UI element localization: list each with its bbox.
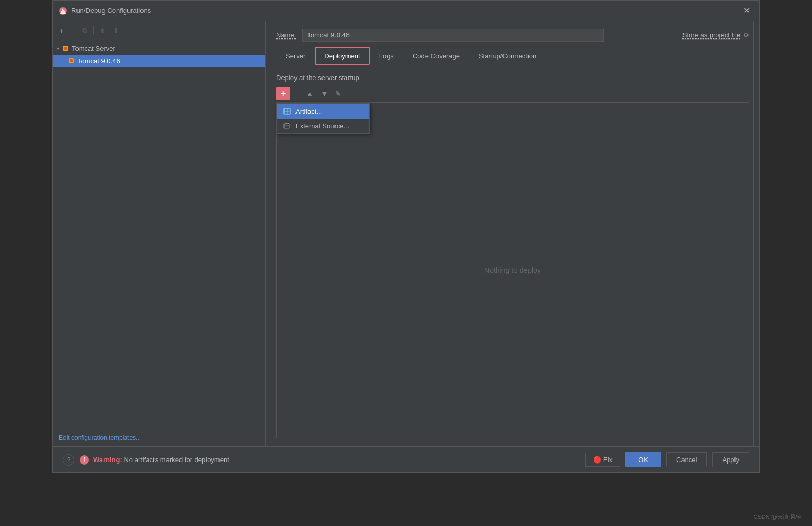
move-down-button[interactable]: ⬇ [110, 25, 122, 36]
svg-rect-10 [285, 123, 289, 124]
dialog-body: + − ⧉ ⬆ ⬇ ▾ Tomcat Server [53, 21, 759, 446]
toolbar-separator [93, 26, 94, 35]
dropdown-external-source-label: External Source... [295, 122, 349, 130]
add-config-button[interactable]: + [57, 25, 66, 36]
tree-group-label: Tomcat Server [72, 45, 115, 52]
deploy-area: Nothing to deploy [276, 102, 749, 438]
fix-button[interactable]: 🔴 Fix [585, 453, 620, 467]
store-project-area: Store as project file ⚙ [673, 31, 749, 39]
name-label: Name: [276, 31, 296, 39]
artifact-icon [283, 107, 291, 115]
close-button[interactable]: ✕ [740, 5, 753, 17]
sidebar-toolbar: + − ⧉ ⬆ ⬇ [53, 21, 265, 40]
help-button[interactable]: ? [63, 454, 74, 466]
tab-server[interactable]: Server [276, 47, 315, 65]
config-tree: ▾ Tomcat Server [53, 40, 265, 428]
main-panel: Name: Store as project file ⚙ Server Dep… [266, 21, 759, 446]
svg-rect-5 [70, 59, 73, 62]
remove-config-button[interactable]: − [68, 25, 78, 36]
name-input[interactable] [302, 29, 604, 42]
warning-area: ! Warning: No artifacts marked for deplo… [80, 455, 580, 465]
add-deploy-dropdown: Artifact... External Source... [276, 103, 370, 134]
external-source-icon [283, 122, 291, 130]
gear-icon[interactable]: ⚙ [743, 32, 749, 39]
deploy-toolbar: + − ▲ ▼ ✎ [276, 87, 749, 100]
svg-rect-3 [64, 47, 67, 50]
sidebar: + − ⧉ ⬆ ⬇ ▾ Tomcat Server [53, 21, 266, 446]
tomcat-group-icon [61, 44, 70, 52]
title-bar: Run/Debug Configurations ✕ [53, 1, 759, 21]
scrollbar[interactable] [753, 21, 759, 446]
dropdown-artifact-label: Artifact... [295, 108, 322, 115]
name-row: Name: Store as project file ⚙ [266, 21, 759, 47]
tab-startup-connection[interactable]: Startup/Connection [469, 47, 546, 65]
add-deploy-button[interactable]: + [276, 87, 290, 100]
svg-rect-9 [284, 124, 289, 128]
nothing-to-deploy-text: Nothing to deploy [484, 266, 541, 274]
dropdown-artifact-item[interactable]: Artifact... [277, 104, 369, 119]
tab-logs[interactable]: Logs [370, 47, 403, 65]
dialog-title: Run/Debug Configurations [71, 7, 151, 15]
remove-deploy-button[interactable]: − [291, 88, 302, 99]
tree-group-tomcat[interactable]: ▾ Tomcat Server [53, 42, 265, 55]
copy-config-button[interactable]: ⧉ [80, 24, 90, 36]
move-down-deploy-button[interactable]: ▼ [317, 88, 331, 99]
warning-text: Warning: No artifacts marked for deploym… [93, 456, 229, 464]
edit-deploy-button[interactable]: ✎ [332, 88, 344, 99]
tree-item-tomcat-9046[interactable]: Tomcat 9.0.46 [53, 55, 265, 67]
cancel-button[interactable]: Cancel [666, 452, 707, 467]
deploy-section-label: Deploy at the server startup [276, 74, 749, 82]
tabs-row: Server Deployment Logs Code Coverage Sta… [266, 47, 759, 65]
store-project-label: Store as project file [682, 31, 740, 39]
store-project-checkbox[interactable] [673, 32, 679, 38]
sidebar-footer: Edit configuration templates... [53, 428, 265, 446]
tab-deployment[interactable]: Deployment [315, 47, 369, 65]
move-up-deploy-button[interactable]: ▲ [303, 88, 317, 99]
dialog-footer: ? ! Warning: No artifacts marked for dep… [53, 446, 759, 472]
dropdown-external-source-item[interactable]: External Source... [277, 119, 369, 133]
ok-button[interactable]: OK [625, 452, 661, 467]
chevron-down-icon: ▾ [57, 46, 59, 51]
move-up-button[interactable]: ⬆ [97, 25, 108, 36]
edit-templates-link[interactable]: Edit configuration templates... [59, 434, 141, 441]
watermark: CSDN @云淡·风轻 [754, 513, 802, 521]
tomcat-item-icon [67, 57, 75, 65]
tree-item-label: Tomcat 9.0.46 [78, 57, 120, 65]
apply-button[interactable]: Apply [712, 452, 749, 467]
deployment-tab-content: Deploy at the server startup + − ▲ ▼ ✎ [266, 65, 759, 446]
app-icon [59, 7, 67, 15]
warning-icon: ! [80, 455, 89, 465]
tab-code-coverage[interactable]: Code Coverage [403, 47, 469, 65]
